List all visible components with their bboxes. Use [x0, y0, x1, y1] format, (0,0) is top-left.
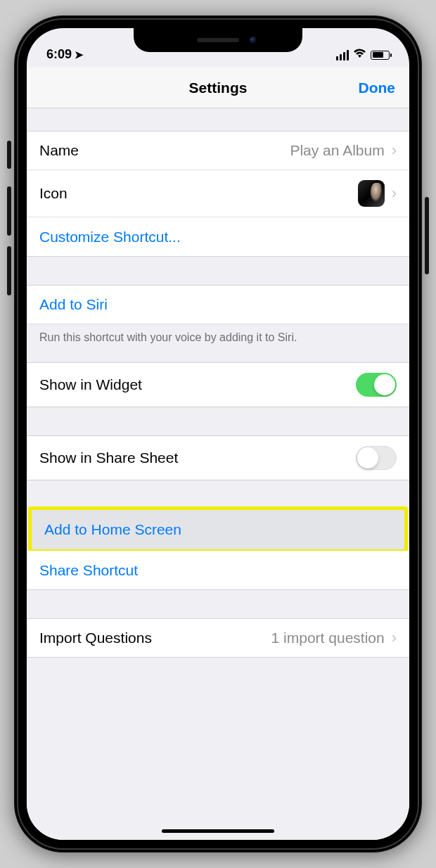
icon-row[interactable]: Icon › [27, 170, 409, 217]
show-in-share-sheet-label: Show in Share Sheet [39, 449, 178, 466]
name-row[interactable]: Name Play an Album › [27, 131, 409, 170]
show-in-widget-row: Show in Widget [27, 362, 409, 407]
page-title: Settings [189, 79, 248, 96]
add-to-home-screen-row[interactable]: Add to Home Screen [32, 510, 404, 549]
device-notch [134, 28, 302, 52]
siri-footer-text: Run this shortcut with your voice by add… [27, 324, 409, 344]
cellular-signal-icon [336, 50, 349, 60]
navigation-bar: Settings Done [27, 68, 409, 108]
settings-content: Name Play an Album › Icon › [27, 108, 409, 840]
import-questions-row[interactable]: Import Questions 1 import question › [27, 618, 409, 658]
share-shortcut-label: Share Shortcut [39, 562, 138, 579]
show-in-widget-label: Show in Widget [39, 376, 142, 393]
shortcut-icon-thumbnail [358, 180, 385, 207]
customize-shortcut-label: Customize Shortcut... [39, 229, 181, 245]
chevron-right-icon: › [392, 184, 397, 203]
show-in-share-sheet-toggle[interactable] [356, 446, 397, 470]
status-time: 6:09 [46, 47, 72, 62]
wifi-icon [353, 48, 366, 62]
battery-icon [371, 51, 390, 60]
home-indicator[interactable] [162, 829, 274, 833]
import-questions-label: Import Questions [39, 630, 152, 646]
share-shortcut-row[interactable]: Share Shortcut [27, 551, 409, 590]
chevron-right-icon: › [392, 629, 397, 647]
import-questions-value: 1 import question [271, 630, 385, 646]
location-services-icon: ➤ [75, 49, 84, 61]
icon-label: Icon [39, 185, 68, 202]
add-to-home-screen-highlight: Add to Home Screen [28, 506, 408, 553]
chevron-right-icon: › [392, 141, 397, 160]
done-button[interactable]: Done [359, 79, 396, 96]
name-value: Play an Album [290, 142, 384, 159]
show-in-widget-toggle[interactable] [356, 373, 397, 397]
add-to-home-screen-label: Add to Home Screen [44, 521, 181, 538]
add-to-siri-label: Add to Siri [39, 296, 108, 313]
name-label: Name [39, 142, 79, 159]
show-in-share-sheet-row: Show in Share Sheet [27, 435, 409, 480]
add-to-siri-row[interactable]: Add to Siri [27, 285, 409, 324]
customize-shortcut-row[interactable]: Customize Shortcut... [27, 217, 409, 257]
